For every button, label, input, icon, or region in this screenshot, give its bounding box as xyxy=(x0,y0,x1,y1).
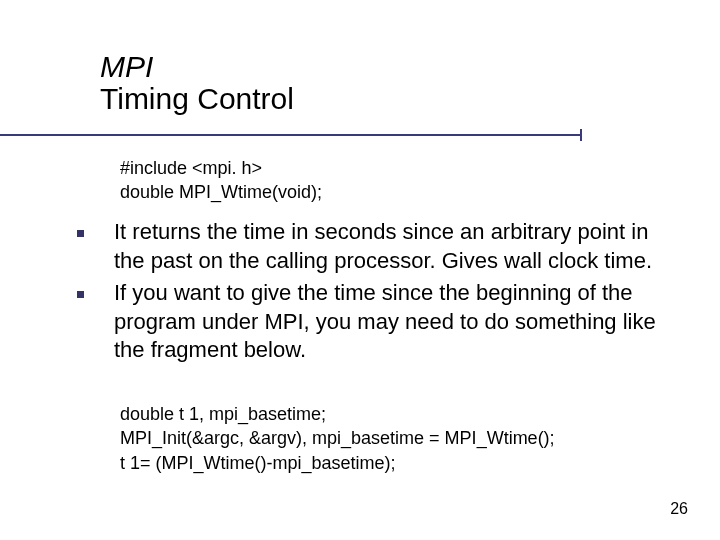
title-underline xyxy=(0,134,580,136)
square-bullet-icon xyxy=(77,230,84,237)
code-block-top: #include <mpi. h> double MPI_Wtime(void)… xyxy=(120,156,322,205)
square-bullet-icon xyxy=(77,291,84,298)
code-line: MPI_Init(&argc, &argv), mpi_basetime = M… xyxy=(120,426,555,450)
code-line: t 1= (MPI_Wtime()-mpi_basetime); xyxy=(120,451,555,475)
code-line: #include <mpi. h> xyxy=(120,156,322,180)
code-block-bottom: double t 1, mpi_basetime; MPI_Init(&argc… xyxy=(120,402,555,475)
title-subtitle: Timing Control xyxy=(100,82,294,115)
code-line: double MPI_Wtime(void); xyxy=(120,180,322,204)
list-item: It returns the time in seconds since an … xyxy=(77,218,680,275)
bullet-text: It returns the time in seconds since an … xyxy=(114,218,680,275)
bullet-list: It returns the time in seconds since an … xyxy=(77,218,680,369)
bullet-text: If you want to give the time since the b… xyxy=(114,279,680,365)
list-item: If you want to give the time since the b… xyxy=(77,279,680,365)
slide: MPI Timing Control #include <mpi. h> dou… xyxy=(0,0,720,540)
title-underline-tick xyxy=(580,129,582,141)
slide-title-block: MPI Timing Control xyxy=(100,52,294,115)
page-number: 26 xyxy=(670,500,688,518)
code-line: double t 1, mpi_basetime; xyxy=(120,402,555,426)
title-mpi: MPI xyxy=(100,52,294,82)
